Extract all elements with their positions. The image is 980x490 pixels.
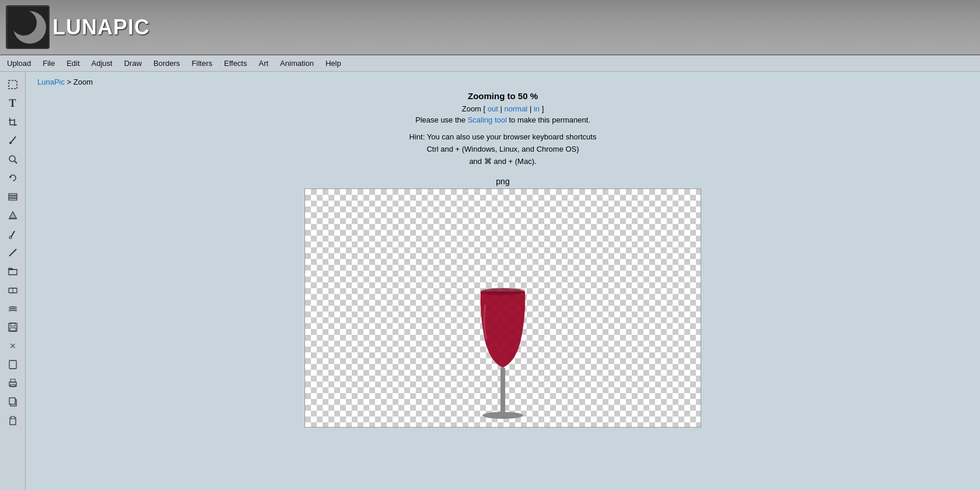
new-tool[interactable]	[5, 356, 21, 373]
main-layout: T	[0, 72, 980, 490]
svg-point-34	[486, 282, 488, 284]
copy-tool[interactable]	[5, 394, 21, 410]
svg-rect-49	[501, 368, 505, 414]
svg-point-40	[511, 278, 512, 279]
zoom-tool[interactable]	[5, 151, 21, 167]
svg-line-8	[11, 136, 16, 142]
menu-file[interactable]: File	[37, 57, 61, 70]
svg-point-45	[499, 285, 501, 286]
svg-rect-13	[9, 194, 17, 195]
zoom-links: Zoom [ out | normal | in ]	[410, 104, 597, 113]
save-tool[interactable]	[5, 319, 21, 335]
menu-borders[interactable]: Borders	[148, 57, 186, 70]
header: LUNAPIC	[0, 0, 980, 55]
svg-point-10	[9, 156, 15, 162]
svg-line-17	[11, 231, 15, 237]
svg-rect-15	[9, 198, 17, 200]
zoom-normal-link[interactable]: normal	[505, 104, 528, 113]
eraser-tool[interactable]	[5, 282, 21, 298]
zoom-hint: Hint: You can also use your browser keyb…	[410, 131, 597, 167]
sidebar: T	[0, 72, 26, 490]
zoom-label: Zoom	[462, 104, 481, 113]
menu-art[interactable]: Art	[253, 57, 274, 70]
menu-upload[interactable]: Upload	[1, 57, 37, 70]
svg-point-50	[482, 412, 523, 419]
wine-glass-image	[444, 258, 561, 427]
svg-rect-27	[10, 379, 15, 382]
breadcrumb-separator: >	[67, 78, 74, 86]
zoom-title: Zooming to 50 %	[410, 91, 597, 101]
svg-rect-14	[9, 196, 17, 198]
menu-adjust[interactable]: Adjust	[86, 57, 118, 70]
menu-draw[interactable]: Draw	[118, 57, 148, 70]
svg-line-11	[15, 161, 17, 163]
menubar: Upload File Edit Adjust Draw Borders Fil…	[0, 55, 980, 72]
selection-tool[interactable]	[5, 76, 21, 93]
canvas-area	[304, 188, 701, 428]
paint-tool[interactable]	[5, 132, 21, 149]
layers-tool[interactable]	[5, 188, 21, 205]
zoom-info: Zooming to 50 % Zoom [ out | normal | in…	[410, 91, 597, 167]
content-area: LunaPic > Zoom Zooming to 50 % Zoom [ ou…	[26, 72, 980, 490]
scaling-info: Please use the Scaling tool to make this…	[410, 116, 597, 124]
svg-rect-30	[9, 398, 15, 404]
svg-point-44	[509, 284, 511, 286]
bracket-open: [	[484, 104, 488, 113]
menu-edit[interactable]: Edit	[61, 57, 85, 70]
svg-point-36	[494, 277, 495, 278]
svg-rect-16	[9, 218, 17, 219]
svg-point-18	[9, 236, 12, 239]
brush-tool[interactable]	[5, 244, 21, 261]
fill-tool[interactable]	[5, 207, 21, 223]
svg-point-37	[498, 276, 499, 277]
print-tool[interactable]	[5, 375, 21, 391]
logo-area: LUNAPIC	[6, 5, 150, 49]
breadcrumb-current: Zoom	[74, 78, 93, 86]
logo-text: LUNAPIC	[50, 15, 150, 40]
pipe1: |	[501, 104, 505, 113]
menu-animation[interactable]: Animation	[274, 57, 320, 70]
crop-tool[interactable]	[5, 114, 21, 130]
svg-point-2	[11, 10, 37, 36]
svg-point-9	[9, 142, 12, 144]
pipe2: |	[530, 104, 534, 113]
scaling-tool-link[interactable]: Scaling tool	[468, 116, 507, 124]
svg-rect-32	[11, 416, 15, 419]
rotate-tool[interactable]	[5, 170, 21, 186]
svg-rect-24	[10, 328, 16, 331]
text-tool[interactable]: T	[5, 95, 21, 111]
zoom-in-link[interactable]: in	[534, 104, 540, 113]
svg-rect-23	[10, 323, 15, 326]
smudge-tool[interactable]	[5, 300, 21, 317]
close-tool[interactable]: ✕	[5, 338, 21, 354]
svg-point-42	[519, 282, 520, 284]
svg-rect-3	[9, 80, 17, 89]
svg-point-39	[507, 276, 508, 277]
svg-point-43	[495, 284, 497, 286]
paste-tool[interactable]	[5, 412, 21, 429]
menu-filters[interactable]: Filters	[186, 57, 218, 70]
breadcrumb: LunaPic > Zoom	[37, 78, 968, 86]
svg-line-19	[9, 249, 16, 256]
svg-point-35	[489, 279, 491, 281]
breadcrumb-home[interactable]: LunaPic	[37, 78, 65, 86]
svg-rect-25	[9, 360, 16, 369]
svg-point-46	[505, 285, 506, 286]
eyedropper-tool[interactable]	[5, 226, 21, 242]
image-format-label: png	[496, 177, 509, 186]
zoom-out-link[interactable]: out	[488, 104, 498, 113]
svg-point-38	[502, 275, 504, 276]
menu-help[interactable]: Help	[320, 57, 347, 70]
menu-effects[interactable]: Effects	[218, 57, 253, 70]
logo-icon	[6, 5, 50, 49]
svg-point-41	[515, 279, 516, 281]
folder-tool[interactable]	[5, 263, 21, 279]
bracket-close: ]	[542, 104, 544, 113]
